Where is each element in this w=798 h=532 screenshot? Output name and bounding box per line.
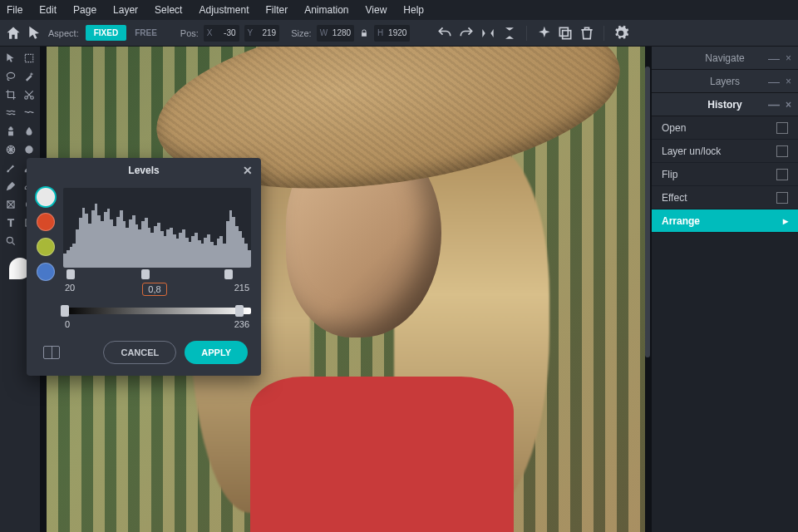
levels-titlebar[interactable]: Levels ✕ bbox=[27, 158, 261, 183]
aspect-free[interactable]: FREE bbox=[126, 25, 165, 41]
midtone-value[interactable]: 0,8 bbox=[142, 283, 166, 296]
cut-tool-icon[interactable] bbox=[21, 86, 37, 103]
liquify-tool-icon[interactable] bbox=[2, 105, 19, 121]
input-levels-slider[interactable] bbox=[63, 269, 251, 281]
menu-help[interactable]: Help bbox=[403, 4, 424, 16]
svg-rect-0 bbox=[563, 30, 571, 38]
options-toolbar: Aspect: FIXED FREE Pos: X-30 Y219 Size: … bbox=[0, 20, 798, 47]
history-item[interactable]: Layer un/lock bbox=[652, 140, 798, 163]
lasso-tool-icon[interactable] bbox=[2, 68, 19, 85]
shape-tool-icon[interactable] bbox=[2, 141, 19, 158]
clone-tool-icon[interactable] bbox=[2, 123, 19, 140]
close-icon[interactable]: ✕ bbox=[243, 164, 253, 177]
size-w-field[interactable]: W1280 bbox=[317, 25, 354, 42]
svg-rect-2 bbox=[25, 54, 32, 62]
svg-rect-1 bbox=[560, 27, 569, 36]
lock-icon[interactable] bbox=[359, 25, 369, 42]
menu-file[interactable]: File bbox=[7, 4, 22, 16]
shadow-value: 20 bbox=[65, 283, 75, 296]
menubar: File Edit Page Layer Select Adjustment F… bbox=[0, 0, 798, 20]
pos-y-field[interactable]: Y219 bbox=[244, 25, 280, 42]
fill-tool-icon[interactable] bbox=[2, 196, 19, 213]
channel-green[interactable] bbox=[37, 238, 55, 256]
compare-icon[interactable] bbox=[43, 346, 60, 359]
history-item[interactable]: Arrange▸ bbox=[652, 209, 798, 233]
output-black-value: 0 bbox=[65, 319, 70, 329]
history-panel-tab[interactable]: History—× bbox=[652, 93, 798, 116]
history-list: OpenLayer un/lockFlipEffectArrange▸ bbox=[652, 116, 798, 233]
channel-luminance[interactable] bbox=[37, 188, 55, 206]
blur-tool-icon[interactable] bbox=[21, 123, 37, 140]
menu-page[interactable]: Page bbox=[73, 4, 96, 16]
highlight-handle[interactable] bbox=[224, 269, 233, 279]
output-black-handle[interactable] bbox=[61, 305, 69, 317]
brush-tool-icon[interactable] bbox=[2, 160, 19, 176]
undo-icon[interactable] bbox=[436, 25, 453, 42]
history-restore-icon bbox=[776, 122, 788, 134]
duplicate-icon[interactable] bbox=[557, 25, 574, 42]
aspect-label: Aspect: bbox=[48, 28, 79, 38]
aspect-toggle: FIXED FREE bbox=[86, 25, 165, 41]
apply-button[interactable]: APPLY bbox=[185, 341, 248, 364]
channel-red[interactable] bbox=[37, 213, 55, 231]
minimize-icon[interactable]: — bbox=[768, 52, 780, 65]
menu-adjustment[interactable]: Adjustment bbox=[199, 4, 249, 16]
heal-tool-icon[interactable] bbox=[21, 105, 37, 121]
history-restore-icon: ▸ bbox=[783, 215, 788, 227]
menu-view[interactable]: View bbox=[366, 4, 387, 16]
menu-edit[interactable]: Edit bbox=[39, 4, 57, 16]
wand-tool-icon[interactable] bbox=[21, 68, 37, 85]
menu-animation[interactable]: Animation bbox=[304, 4, 348, 16]
size-label: Size: bbox=[291, 28, 311, 38]
channel-selector bbox=[37, 188, 55, 329]
pen-tool-icon[interactable] bbox=[2, 178, 19, 195]
close-icon[interactable]: × bbox=[786, 99, 791, 111]
close-icon[interactable]: × bbox=[786, 76, 791, 87]
history-restore-icon bbox=[776, 192, 788, 204]
crop-tool-icon[interactable] bbox=[2, 86, 19, 103]
home-icon[interactable] bbox=[5, 25, 22, 42]
minimize-icon[interactable]: — bbox=[768, 98, 780, 111]
history-restore-icon bbox=[776, 169, 788, 180]
gear-icon[interactable] bbox=[613, 25, 629, 42]
pos-x-field[interactable]: X-30 bbox=[204, 25, 239, 42]
midtone-handle[interactable] bbox=[141, 269, 150, 279]
menu-select[interactable]: Select bbox=[155, 4, 182, 16]
text-tool-icon[interactable] bbox=[2, 214, 19, 231]
svg-point-7 bbox=[25, 145, 32, 153]
aspect-fixed[interactable]: FIXED bbox=[86, 25, 126, 41]
marquee-tool-icon[interactable] bbox=[21, 50, 37, 66]
menu-layer[interactable]: Layer bbox=[113, 4, 138, 16]
history-item[interactable]: Flip bbox=[652, 163, 798, 186]
levels-title: Levels bbox=[128, 165, 159, 176]
redo-icon[interactable] bbox=[458, 25, 475, 42]
size-h-field[interactable]: H1920 bbox=[374, 25, 410, 42]
pos-label: Pos: bbox=[180, 28, 199, 38]
autofix-icon[interactable] bbox=[535, 25, 552, 42]
output-levels-slider[interactable] bbox=[63, 308, 251, 314]
history-item[interactable]: Effect bbox=[652, 186, 798, 209]
move-tool-icon[interactable] bbox=[2, 50, 19, 66]
output-white-handle[interactable] bbox=[235, 305, 244, 317]
panels-sidebar: Navigate—× Layers—× History—× OpenLayer … bbox=[652, 47, 798, 532]
histogram bbox=[63, 188, 251, 268]
levels-dialog: Levels ✕ 20 0,8 215 bbox=[27, 158, 261, 376]
highlight-value: 215 bbox=[234, 283, 249, 296]
gradient-tool-icon[interactable] bbox=[21, 141, 37, 158]
close-icon[interactable]: × bbox=[786, 52, 791, 64]
history-item[interactable]: Open bbox=[652, 116, 798, 140]
menu-filter[interactable]: Filter bbox=[265, 4, 288, 16]
flip-v-icon[interactable] bbox=[480, 25, 496, 42]
cancel-button[interactable]: CANCEL bbox=[103, 341, 176, 364]
navigate-panel-tab[interactable]: Navigate—× bbox=[652, 47, 798, 70]
arrow-tool-icon[interactable] bbox=[27, 25, 43, 42]
output-white-value: 236 bbox=[234, 319, 249, 329]
channel-blue[interactable] bbox=[37, 263, 55, 281]
shadow-handle[interactable] bbox=[66, 269, 75, 279]
zoom-tool-icon[interactable] bbox=[2, 233, 19, 249]
flip-h-icon[interactable] bbox=[501, 25, 518, 42]
delete-icon[interactable] bbox=[579, 25, 595, 42]
canvas-scrollbar[interactable] bbox=[645, 66, 650, 357]
minimize-icon[interactable]: — bbox=[768, 75, 780, 88]
layers-panel-tab[interactable]: Layers—× bbox=[652, 70, 798, 93]
